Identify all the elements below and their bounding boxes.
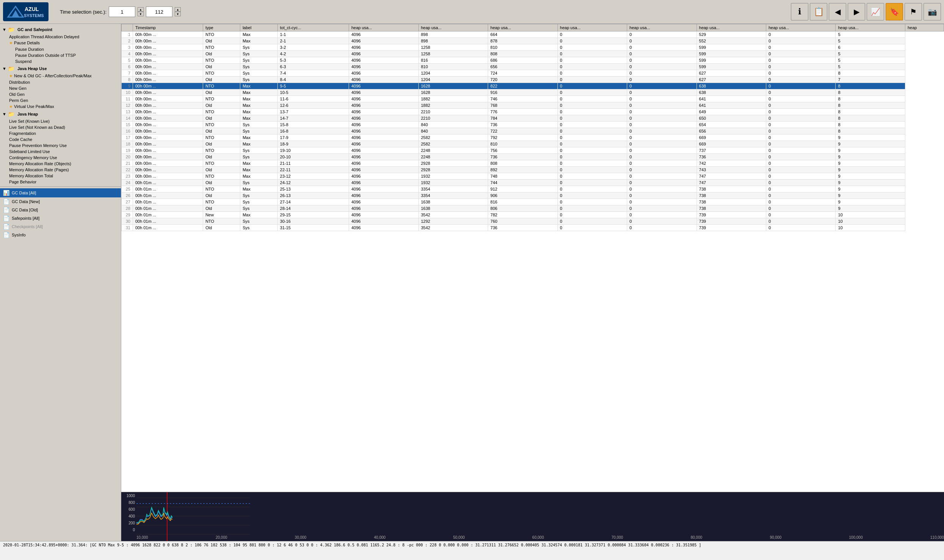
table-cell: 9 [836,186,905,192]
table-cell: NTO [203,218,240,225]
col-header-type[interactable]: type [203,24,240,31]
table-row[interactable]: 2400h 01m ...OldSys24-124096193274400747… [122,180,944,186]
tree-group-gc-safepoint[interactable]: ▼ 📁 GC and Safepoint [0,25,121,34]
table-cell: 00h 01m ... [133,192,203,199]
back-button[interactable]: ◀ [829,3,846,20]
sidebar-item-suspend[interactable]: Suspend [0,58,121,64]
sidebar-item-gc-data-new[interactable]: 📄 GC Data [New] [0,197,121,206]
col-header-heap9[interactable]: heap [905,24,944,31]
spin-up1[interactable]: ▲ [138,7,144,12]
sidebar-item-old-gen[interactable]: Old Gen [0,91,121,97]
bookmark-button[interactable]: 🔖 [886,3,903,20]
col-header-heap8[interactable]: heap usa... [836,24,905,31]
spin-up2[interactable]: ▲ [175,7,181,12]
table-row[interactable]: 2900h 01m ...NewMax29-154096354278200739… [122,212,944,218]
col-header-heap2[interactable]: heap usa... [418,24,488,31]
sidebar-item-sideband[interactable]: Sideband Limited Use [0,149,121,155]
sidebar-item-virtual-use[interactable]: Virtual Use Peak/Max [0,103,121,110]
table-row[interactable]: 1200h 00m ...OldMax12-640961882768006410… [122,102,944,109]
table-row[interactable]: 3100h 01m ...OldSys31-154096354273600739… [122,225,944,231]
col-header-heap5[interactable]: heap usa... [627,24,697,31]
table-row[interactable]: 2100h 00m ...NTOMax21-114096292880800742… [122,160,944,167]
table-cell: 5 [836,57,905,64]
table-row[interactable]: 2500h 01m ...NTOMax25-134096335491200738… [122,186,944,192]
sidebar-item-page-behavior[interactable]: Page Behavior [0,179,121,185]
table-cell: New [203,212,240,218]
table-row[interactable]: 2200h 00m ...OldMax22-114096292889200743… [122,167,944,173]
table-row[interactable]: 1100h 00m ...NTOMax11-640961882746006410… [122,96,944,102]
table-row[interactable]: 300h 00m ...NTOSys3-2409612588100059906 [122,44,944,51]
info-button[interactable]: ℹ [791,3,808,20]
sidebar-item-sysinfo[interactable]: 📄 SysInfo [0,231,121,239]
time-spinner2[interactable]: ▲ ▼ [175,7,181,16]
sidebar-item-distribution[interactable]: Distribution [0,79,121,85]
col-header-tot-ct[interactable]: tot_ct-cyc... [277,24,349,31]
forward-button[interactable]: ▶ [848,3,865,20]
table-cell: 738 [697,186,766,192]
sidebar-item-new-gen[interactable]: New Gen [0,85,121,91]
sidebar-item-pause-duration-ttsp[interactable]: Pause Duration Outside of TTSP [0,52,121,58]
table-row[interactable]: 2600h 01m ...OldSys26-134096335490600738… [122,192,944,199]
table-row[interactable]: 600h 00m ...OldSys6-340968106560059905 [122,64,944,70]
flag-button[interactable]: ⚑ [905,3,922,20]
camera-button[interactable]: 📷 [924,3,941,20]
sidebar-item-safepoints-all[interactable]: 📄 Safepoints [All] [0,214,121,222]
table-row[interactable]: 1700h 00m ...NTOMax17-940962582792006690… [122,135,944,141]
table-cell: 4096 [349,51,418,57]
document-button[interactable]: 📋 [810,3,827,20]
time-value2-input[interactable] [146,6,172,17]
spin-down1[interactable]: ▼ [138,12,144,16]
table-row[interactable]: 1400h 00m ...OldMax14-740962210784006500… [122,115,944,122]
chart-button[interactable]: 📈 [867,3,884,20]
table-row[interactable]: 2700h 01m ...NTOSys27-144096163881600738… [122,199,944,205]
table-row[interactable]: 3000h 01m ...NTOSys30-164096129276000739… [122,218,944,225]
table-row[interactable]: 100h 00m ...NTOMax1-140968986640052905 [122,31,944,38]
sidebar-item-fragmentation[interactable]: Fragmentation [0,130,121,136]
sidebar-item-mem-alloc-pages[interactable]: Memory Allocation Rate (Pages) [0,167,121,173]
table-cell: 23 [122,173,133,180]
table-row[interactable]: 700h 00m ...NTOSys7-4409612047240062708 [122,70,944,77]
table-row[interactable]: 2300h 00m ...NTOMax23-124096193274800747… [122,173,944,180]
table-row[interactable]: 900h 00m ...NTOMax9-5409616288220063808 [122,83,944,89]
col-header-heap6[interactable]: heap usa... [697,24,766,31]
col-header-heap4[interactable]: heap usa... [557,24,627,31]
table-row[interactable]: 1500h 00m ...NTOSys15-840968407360065408 [122,122,944,128]
sidebar-item-mem-alloc-total[interactable]: Memory Allocation Total [0,173,121,179]
sidebar-item-contingency[interactable]: Contingency Memory Use [0,155,121,161]
col-header-heap3[interactable]: heap usa... [488,24,557,31]
sidebar-item-app-thread[interactable]: Application Thread Allocation Delayed [0,34,121,40]
table-row[interactable]: 1300h 00m ...NTOMax13-740962210776006490… [122,109,944,115]
table-row[interactable]: 2800h 01m ...OldSys28-144096163880600738… [122,205,944,212]
table-row[interactable]: 1900h 00m ...NTOSys19-104096224875600737… [122,147,944,154]
table-row[interactable]: 200h 00m ...OldMax2-140968988780055205 [122,38,944,44]
time-spinner1[interactable]: ▲ ▼ [138,7,144,16]
table-row[interactable]: 500h 00m ...NTOSys5-340968166860059905 [122,57,944,64]
sidebar-item-checkpoints-all[interactable]: 📄 Checkpoints [All] [0,222,121,231]
sidebar-item-pause-duration[interactable]: Pause Duration [0,46,121,52]
tree-group-java-heap[interactable]: ▼ 📁 Java Heap [0,110,121,118]
sidebar-item-mem-alloc-objects[interactable]: Memory Allocation Rate (Objects) [0,161,121,167]
table-row[interactable]: 1800h 00m ...OldMax18-940962582810006690… [122,141,944,147]
table-row[interactable]: 400h 00m ...OldSys4-2409612588080059905 [122,51,944,57]
sidebar-item-gc-data-all[interactable]: 📊 GC Data [All] [0,188,121,197]
sidebar-item-live-set-unknown[interactable]: Live Set (Not Known as Dead) [0,124,121,130]
sidebar-item-live-set-known[interactable]: Live Set (Known Live) [0,118,121,124]
sidebar-item-gc-data-old[interactable]: 📄 GC Data [Old] [0,206,121,214]
sidebar-item-perm-gen[interactable]: Perm Gen [0,97,121,103]
table-row[interactable]: 1000h 00m ...OldMax10-540961628916006380… [122,89,944,96]
tree-group-java-heap-use[interactable]: ▼ 📁 Java Heap Use [0,64,121,73]
table-container[interactable]: Timestamp type label tot_ct-cyc... heap … [121,24,944,492]
table-row[interactable]: 1600h 00m ...OldSys16-840968407220065608 [122,128,944,135]
col-header-heap1[interactable]: heap usa... [349,24,418,31]
table-row[interactable]: 2000h 00m ...OldSys20-104096224873600736… [122,154,944,160]
sidebar-item-pause-details[interactable]: Pause Details [0,40,121,46]
spin-down2[interactable]: ▼ [175,12,181,16]
time-value1-input[interactable] [109,6,135,17]
sidebar-item-new-old-gc[interactable]: New & Old GC - AfterCollection/Peak/Max [0,73,121,79]
sidebar-item-pause-prevention[interactable]: Pause Prevention Memory Use [0,142,121,149]
col-header-heap7[interactable]: heap usa... [766,24,835,31]
table-row[interactable]: 800h 00m ...OldSys8-4409612047200062707 [122,77,944,83]
col-header-timestamp[interactable]: Timestamp [133,24,203,31]
col-header-label[interactable]: label [240,24,278,31]
sidebar-item-code-cache[interactable]: Code Cache [0,136,121,142]
